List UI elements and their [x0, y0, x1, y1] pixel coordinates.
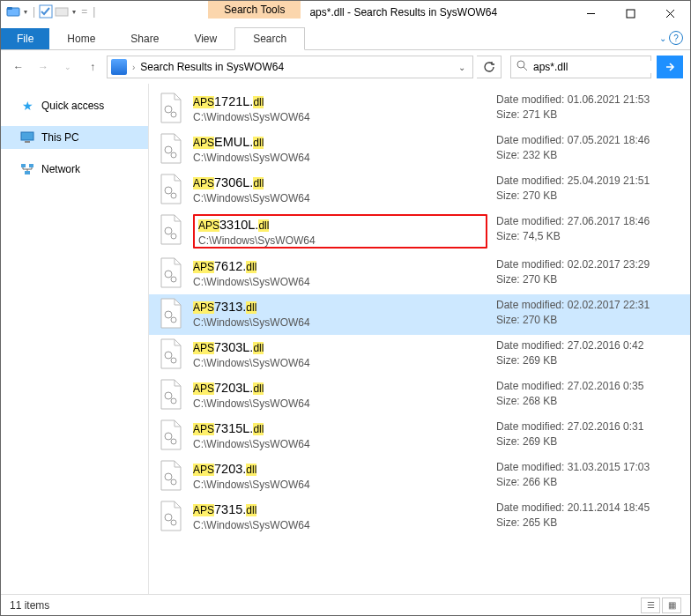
- result-row[interactable]: APS7303L.dllC:\Windows\SysWOW64Date modi…: [149, 335, 690, 375]
- recent-dropdown[interactable]: ⌄: [57, 56, 78, 78]
- quick-access-toolbar: ▾ | ▾ = |: [1, 1, 102, 19]
- tab-share[interactable]: Share: [113, 28, 176, 49]
- file-path: C:\Windows\SysWOW64: [193, 192, 487, 204]
- dll-file-icon: [158, 257, 184, 289]
- file-info: APS3310L.dllC:\Windows\SysWOW64: [193, 214, 487, 249]
- folder-generic-icon[interactable]: [55, 4, 69, 19]
- svg-point-8: [517, 61, 524, 68]
- star-icon: ★: [20, 99, 34, 113]
- file-meta: Date modified: 27.02.2016 0:31Size: 269 …: [496, 419, 681, 449]
- item-count: 11 items: [10, 599, 49, 612]
- help-icon[interactable]: ?: [669, 31, 683, 45]
- dll-file-icon: [158, 338, 184, 370]
- nav-network[interactable]: Network: [1, 158, 148, 181]
- close-button[interactable]: [650, 1, 690, 26]
- nav-label: This PC: [41, 131, 79, 144]
- location-icon: [111, 59, 127, 75]
- network-icon: [20, 162, 34, 176]
- file-name: APS7203L.dll: [193, 379, 487, 397]
- address-text: Search Results in SysWOW64: [140, 61, 284, 73]
- file-name: APS7315L.dll: [193, 419, 487, 438]
- separator: =: [79, 5, 89, 18]
- minimize-button[interactable]: [571, 1, 611, 26]
- nav-label: Quick access: [41, 100, 104, 112]
- file-meta: Date modified: 31.03.2015 17:03Size: 266…: [496, 460, 681, 490]
- file-info: APS7203.dllC:\Windows\SysWOW64: [193, 460, 487, 491]
- dll-file-icon: [158, 93, 184, 124]
- search-icon: [516, 60, 528, 74]
- file-path: C:\Windows\SysWOW64: [193, 152, 487, 164]
- svg-rect-14: [25, 171, 30, 174]
- file-info: APS7315L.dllC:\Windows\SysWOW64: [193, 419, 487, 450]
- file-name: APS7315.dll: [193, 501, 487, 519]
- file-path: C:\Windows\SysWOW64: [198, 234, 482, 247]
- file-meta: Date modified: 27.06.2017 18:46Size: 74,…: [496, 214, 681, 244]
- tab-home[interactable]: Home: [49, 28, 113, 49]
- folder-icon[interactable]: [6, 4, 20, 19]
- file-meta: Date modified: 27.02.2016 0:42Size: 269 …: [496, 338, 681, 368]
- nav-quick-access[interactable]: ★ Quick access: [1, 94, 148, 117]
- dll-file-icon: [158, 379, 184, 411]
- dll-file-icon: [158, 419, 184, 451]
- result-row[interactable]: APS7203L.dllC:\Windows\SysWOW64Date modi…: [149, 375, 690, 416]
- result-row[interactable]: APS7315.dllC:\Windows\SysWOW64Date modif…: [149, 497, 690, 538]
- file-path: C:\Windows\SysWOW64: [193, 357, 487, 369]
- separator: |: [31, 5, 37, 18]
- maximize-button[interactable]: [611, 1, 650, 26]
- result-row[interactable]: APS3310L.dllC:\Windows\SysWOW64Date modi…: [149, 211, 690, 254]
- tab-view[interactable]: View: [176, 28, 234, 49]
- view-toggle: ☰ ▦: [641, 597, 681, 613]
- icons-view-button[interactable]: ▦: [662, 597, 681, 613]
- result-row[interactable]: APS1721L.dllC:\Windows\SysWOW64Date modi…: [149, 89, 690, 130]
- file-path: C:\Windows\SysWOW64: [193, 276, 487, 288]
- ribbon-tabs: File Home Share View Search ⌄ ?: [1, 27, 690, 50]
- help-dropdown[interactable]: ⌄ ?: [659, 31, 683, 45]
- file-meta: Date modified: 02.02.2017 22:31Size: 270…: [496, 298, 681, 328]
- chevron-down-icon[interactable]: ▾: [71, 8, 78, 16]
- search-input[interactable]: [533, 61, 665, 73]
- window-title: aps*.dll - Search Results in SysWOW64: [301, 1, 571, 24]
- forward-button[interactable]: →: [33, 56, 54, 78]
- chevron-right-icon[interactable]: ›: [132, 63, 135, 72]
- body: ★ Quick access This PC Network APS1721L.…: [1, 84, 690, 594]
- file-name: APS3310L.dll: [198, 216, 482, 234]
- tab-search[interactable]: Search: [234, 27, 305, 50]
- separator: |: [91, 5, 97, 18]
- search-box[interactable]: ✕: [510, 56, 651, 78]
- dll-file-icon: [158, 460, 184, 492]
- result-row[interactable]: APS7203.dllC:\Windows\SysWOW64Date modif…: [149, 456, 690, 497]
- dll-file-icon: [158, 501, 184, 532]
- up-button[interactable]: ↑: [82, 56, 103, 78]
- file-name: APS7306L.dll: [193, 174, 487, 192]
- file-path: C:\Windows\SysWOW64: [193, 479, 487, 491]
- window-controls: [571, 1, 690, 26]
- file-path: C:\Windows\SysWOW64: [193, 316, 487, 329]
- nav-this-pc[interactable]: This PC: [1, 126, 148, 149]
- file-info: APS7203L.dllC:\Windows\SysWOW64: [193, 379, 487, 410]
- file-info: APS7612.dllC:\Windows\SysWOW64: [193, 257, 487, 288]
- result-row[interactable]: APS7315L.dllC:\Windows\SysWOW64Date modi…: [149, 416, 690, 456]
- go-button[interactable]: [657, 56, 683, 78]
- address-bar[interactable]: › Search Results in SysWOW64 ⌄: [107, 56, 473, 78]
- file-name: APS1721L.dll: [193, 93, 487, 111]
- result-row[interactable]: APS7306L.dllC:\Windows\SysWOW64Date modi…: [149, 170, 690, 211]
- result-row[interactable]: APSEMUL.dllC:\Windows\SysWOW64Date modif…: [149, 130, 690, 170]
- file-path: C:\Windows\SysWOW64: [193, 111, 487, 123]
- refresh-button[interactable]: [477, 56, 502, 78]
- file-name: APS7303L.dll: [193, 338, 487, 357]
- svg-rect-12: [21, 164, 26, 167]
- tab-file[interactable]: File: [1, 28, 49, 49]
- details-view-button[interactable]: ☰: [641, 597, 660, 613]
- result-row[interactable]: APS7612.dllC:\Windows\SysWOW64Date modif…: [149, 254, 690, 294]
- navigation-pane: ★ Quick access This PC Network: [1, 84, 149, 594]
- chevron-down-icon[interactable]: ▾: [22, 8, 29, 16]
- back-button[interactable]: ←: [8, 56, 29, 78]
- file-info: APSEMUL.dllC:\Windows\SysWOW64: [193, 133, 487, 164]
- result-row[interactable]: APS7313.dllC:\Windows\SysWOW64Date modif…: [149, 294, 690, 335]
- chevron-down-icon[interactable]: ⌄: [458, 63, 469, 72]
- file-meta: Date modified: 01.06.2021 21:53Size: 271…: [496, 93, 681, 122]
- checkbox-icon[interactable]: [39, 4, 53, 19]
- context-tab-header: Search Tools: [208, 1, 301, 19]
- file-name: APS7203.dll: [193, 460, 487, 479]
- dll-file-icon: [158, 133, 184, 165]
